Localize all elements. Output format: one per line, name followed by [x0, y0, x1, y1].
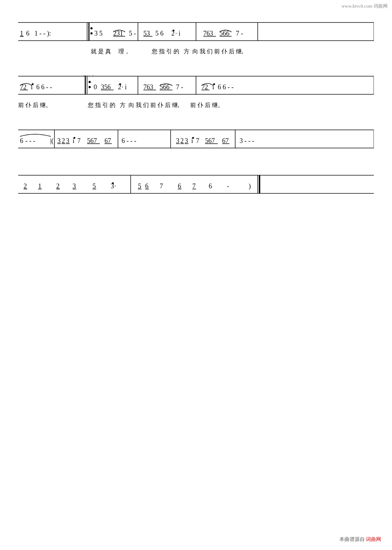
svg-text:·  i: · i — [175, 30, 180, 37]
svg-text:72: 72 — [20, 83, 26, 91]
svg-text:5  -: 5 - — [129, 30, 136, 37]
svg-text:2.: 2. — [90, 22, 93, 23]
svg-point-74 — [74, 137, 75, 139]
svg-text:53: 53 — [143, 30, 150, 37]
svg-text:1: 1 — [20, 30, 23, 37]
svg-text:763: 763 — [143, 83, 153, 91]
svg-point-5 — [90, 32, 93, 34]
svg-text:67: 67 — [105, 137, 111, 144]
svg-point-23 — [173, 30, 175, 32]
svg-text:6: 6 — [26, 30, 29, 37]
svg-text:7: 7 — [196, 137, 199, 144]
svg-point-4 — [90, 27, 93, 29]
svg-text:3: 3 — [176, 137, 179, 144]
watermark-bottom-prefix: 本曲谱源自 — [339, 537, 365, 542]
svg-text:6: 6 — [20, 137, 23, 144]
svg-text:6  6  -  -: 6 6 - - — [36, 83, 52, 91]
svg-text:6: 6 — [145, 182, 148, 190]
svg-text:7  -: 7 - — [236, 30, 243, 37]
svg-text:566: 566 — [160, 83, 170, 91]
watermark-bottom: 本曲谱源自 词曲网 — [339, 536, 381, 543]
svg-text:356: 356 — [101, 83, 111, 91]
row-4: 2 1 2 3 5 3 · 5 6 7 6 7 6 — [18, 175, 374, 200]
svg-text:7  -: 7 - — [176, 83, 183, 91]
svg-point-40 — [89, 86, 91, 88]
svg-point-46 — [119, 83, 121, 85]
svg-text:·  i: · i — [122, 83, 127, 91]
svg-text:567: 567 — [205, 137, 215, 144]
svg-text:1  -  -  ):: 1 - - ): — [34, 30, 51, 37]
svg-point-35 — [32, 83, 34, 85]
svg-text:5: 5 — [138, 182, 141, 190]
svg-text:763: 763 — [203, 30, 213, 37]
row-1: 2. 1 6 1 - - ): 3 5 231 5 - 53 5 6 — [18, 22, 374, 56]
svg-point-112 — [112, 182, 114, 184]
svg-text:567: 567 — [87, 137, 97, 144]
row-3-svg: 6 - - - |( 3 2 3 i 7 567 67 — [18, 129, 374, 155]
svg-text:·: · — [114, 182, 116, 190]
svg-point-90 — [192, 137, 194, 139]
svg-text:2: 2 — [62, 137, 65, 144]
svg-text:6: 6 — [178, 182, 181, 190]
svg-text:-: - — [227, 182, 229, 190]
svg-text:5  6: 5 6 — [155, 30, 164, 37]
svg-text:-  -  -: - - - — [25, 137, 35, 144]
svg-text:0: 0 — [94, 83, 97, 91]
svg-text:3: 3 — [73, 182, 76, 190]
svg-text:2: 2 — [56, 182, 60, 190]
svg-text:3: 3 — [57, 137, 61, 144]
row-4-svg: 2 1 2 3 5 3 · 5 6 7 6 7 6 — [18, 175, 374, 200]
row-2: 72 i 6 6 - - 结束句 0 356 2 · i — [18, 75, 374, 109]
svg-text:67: 67 — [222, 137, 229, 144]
svg-text:结束句: 结束句 — [82, 75, 94, 76]
lyrics-row-1: 就 是 真 理， 您 指 引 的 方 向 我 们 前 仆 后 继, — [18, 48, 374, 56]
svg-point-58 — [213, 83, 215, 85]
svg-text:3  5: 3 5 — [94, 30, 103, 37]
svg-text:3  -  -  -: 3 - - - — [240, 137, 254, 144]
svg-text:72: 72 — [201, 83, 208, 91]
row-2-svg: 72 i 6 6 - - 结束句 0 356 2 · i — [18, 75, 374, 101]
svg-text:3: 3 — [185, 137, 188, 144]
svg-text:): ) — [249, 182, 251, 190]
svg-text:6  -  -  -: 6 - - - — [122, 137, 136, 144]
svg-text:6  6  -  -: 6 6 - - — [218, 83, 234, 91]
row-1-svg: 2. 1 6 1 - - ): 3 5 231 5 - 53 5 6 — [18, 22, 374, 47]
svg-text:6: 6 — [209, 182, 212, 190]
watermark-bottom-link: 词曲网 — [366, 537, 381, 542]
lyrics-row-2: 前 仆 后 继。 您 指 引 的 方 向 我 们 前 仆 后 继, 前 仆 后 … — [18, 102, 374, 109]
svg-text:1: 1 — [38, 182, 41, 190]
svg-text:5: 5 — [93, 182, 96, 190]
score-container: 2. 1 6 1 - - ): 3 5 231 5 - 53 5 6 — [18, 22, 374, 211]
svg-text:7: 7 — [77, 137, 81, 144]
row-3: 6 - - - |( 3 2 3 i 7 567 67 — [18, 129, 374, 155]
svg-text:7: 7 — [192, 182, 196, 190]
watermark-top: www.ktvc8.com 词曲网 — [342, 3, 388, 9]
svg-text:|(: |( — [50, 137, 54, 145]
svg-text:2: 2 — [24, 182, 27, 190]
svg-text:7: 7 — [160, 182, 163, 190]
svg-text:2: 2 — [180, 137, 184, 144]
svg-point-39 — [89, 81, 91, 83]
svg-text:3: 3 — [66, 137, 69, 144]
